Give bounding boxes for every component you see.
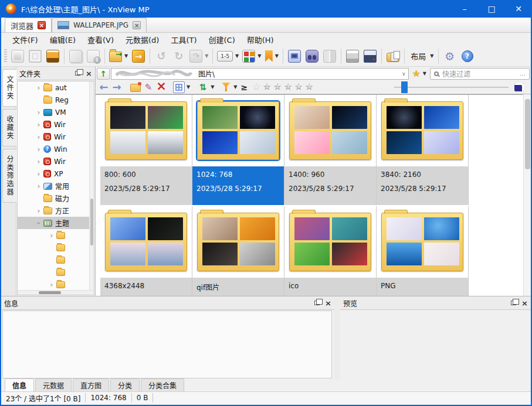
panel-splitter[interactable] [334, 296, 340, 380]
layout-button[interactable]: 布局▼ [407, 47, 435, 65]
minimize-button[interactable]: – [451, 0, 478, 18]
tree-expander-icon[interactable]: › [35, 133, 42, 141]
panel-layout-toggle-button[interactable] [513, 81, 525, 93]
menu-item[interactable]: 查看(V) [82, 33, 119, 46]
folder-item-4368x2448[interactable]: 4368x2448 [100, 206, 192, 296]
tree-item-主题[interactable]: ›主题 [18, 217, 94, 229]
tab-close-icon[interactable]: × [38, 21, 46, 29]
tree-expander-icon[interactable]: › [35, 170, 42, 178]
settings-button[interactable] [441, 47, 459, 65]
new-folder-button[interactable] [130, 82, 141, 94]
tab-close-icon[interactable]: × [133, 21, 141, 29]
screen-capture-button[interactable] [286, 47, 303, 65]
filter-caret-icon[interactable]: ▼ [233, 84, 237, 90]
tree-item[interactable] [18, 254, 94, 266]
doc-tab-browser[interactable]: 浏览器× [5, 18, 52, 32]
tree-expander-icon[interactable]: › [48, 281, 55, 289]
tree-expander-icon[interactable]: › [35, 145, 42, 153]
close-panel-icon[interactable]: × [521, 299, 528, 307]
rating-filter-stars[interactable]: ☆★1★2★3★4★5 [251, 82, 314, 92]
tree-item[interactable]: › [18, 278, 94, 291]
view-mode-button[interactable] [173, 81, 185, 93]
tree-item-Wir[interactable]: ›Wir [18, 155, 94, 168]
print-button[interactable] [344, 47, 361, 65]
menu-item[interactable]: 编辑(E) [45, 33, 81, 46]
sidebar-tab-active[interactable]: 文件夹 [2, 69, 16, 107]
tree-item-aut[interactable]: ›aut [18, 81, 94, 94]
sidebar-tab-inactive[interactable]: 分类筛选器 [2, 149, 16, 203]
rating-button[interactable]: 1-5▼ [215, 47, 240, 65]
folder-item-PNG[interactable]: PNG [377, 206, 469, 296]
tree-item-XP[interactable]: ›XP [18, 168, 94, 180]
maximize-button[interactable]: □ [478, 0, 505, 18]
tree-item-VM[interactable]: ›VM [18, 106, 94, 118]
rating-star-icon[interactable]: ★2 [272, 82, 283, 92]
float-panel-icon[interactable] [314, 301, 320, 305]
doc-tab-image[interactable]: WALLPAPER.JPG× [52, 18, 147, 32]
delete-button[interactable] [155, 81, 167, 93]
menu-item[interactable]: 元数据(d) [120, 33, 164, 46]
view-mode-caret-icon[interactable]: ▼ [187, 84, 190, 90]
tree-expander-icon[interactable]: › [35, 158, 42, 166]
bottom-tab-元数据[interactable]: 元数据 [35, 378, 72, 391]
sort-caret-icon[interactable]: ▼ [211, 84, 214, 90]
tree-item-磁力[interactable]: 磁力 [18, 192, 94, 204]
tree-item-Wir[interactable]: ›Wir [18, 131, 94, 143]
rating-star-icon[interactable]: ★4 [293, 82, 304, 92]
tree-item-方正[interactable]: ›方正 [18, 204, 94, 217]
bottom-tab-信息[interactable]: 信息 [5, 378, 34, 391]
slideshow-button[interactable] [44, 47, 62, 65]
color-labels-button[interactable]: ▼ [240, 47, 263, 65]
tree-expander-icon[interactable]: › [35, 121, 42, 129]
path-combobox[interactable]: 图片\ ∨ [111, 68, 409, 80]
grid-vertical-scrollbar[interactable] [523, 94, 531, 296]
float-panel-icon[interactable] [511, 301, 516, 305]
batch-convert-button[interactable] [384, 47, 402, 65]
browse-folder-button[interactable]: ▼ [107, 47, 130, 65]
search-button[interactable] [303, 47, 321, 65]
tree-item[interactable] [18, 266, 94, 278]
sort-button[interactable] [197, 81, 209, 93]
bottom-tab-分类合集[interactable]: 分类合集 [141, 378, 184, 391]
sidebar-tab-inactive[interactable]: 收藏夹 [2, 109, 16, 146]
back-button[interactable] [98, 81, 110, 93]
filter-more-button[interactable]: ... [520, 70, 526, 77]
thumbnail-size-slider[interactable] [394, 81, 509, 93]
path-dropdown-icon[interactable]: ∨ [402, 71, 406, 77]
folder-item-ico[interactable]: ico [284, 206, 377, 296]
tree-expander-icon[interactable]: › [35, 182, 42, 190]
tree-item-Reg[interactable]: Reg [18, 94, 94, 106]
tree-expander-icon[interactable]: › [35, 207, 42, 215]
bookmark-button[interactable]: ▼ [263, 47, 280, 65]
tree-vertical-scrollbar[interactable] [89, 81, 94, 295]
slider-handle[interactable] [401, 81, 408, 93]
folder-item-1024-768[interactable]: 1024: 7682023/5/28 5:29:17 [192, 95, 284, 205]
tree-expander-icon[interactable]: › [35, 108, 42, 117]
quick-filter-input[interactable]: 快速过滤 ... [430, 68, 530, 80]
tree-horizontal-scrollbar[interactable] [18, 290, 94, 295]
tree-item[interactable] [18, 241, 94, 254]
rating-star-icon[interactable]: ★3 [283, 82, 293, 92]
bottom-tab-分类[interactable]: 分类 [110, 378, 140, 391]
filter-button[interactable] [220, 81, 232, 93]
close-panel-icon[interactable]: × [86, 70, 92, 77]
menu-item[interactable]: 创建(C) [204, 33, 240, 46]
parent-folder-button[interactable]: ↑ [97, 68, 110, 80]
move-copy-to-folder-button[interactable] [130, 47, 147, 65]
close-button[interactable]: ✕ [505, 0, 532, 18]
tree-item[interactable]: › [18, 229, 94, 241]
menu-item[interactable]: 工具(T) [165, 33, 202, 46]
toolbar-grip[interactable] [4, 49, 7, 63]
rating-star-icon[interactable]: ★5 [304, 82, 314, 92]
tree-expander-icon[interactable]: › [35, 220, 43, 227]
float-panel-icon[interactable] [75, 71, 80, 76]
forward-button[interactable] [111, 81, 123, 93]
tree-item-Wir[interactable]: ›Wir [18, 118, 94, 131]
rename-button[interactable] [143, 81, 154, 93]
help-button[interactable] [459, 47, 476, 65]
tree-expander-icon[interactable]: › [35, 84, 42, 92]
bottom-tab-直方图[interactable]: 直方图 [73, 378, 109, 391]
menu-item[interactable]: 帮助(H) [242, 33, 279, 46]
folder-item-800-600[interactable]: 800: 6002023/5/28 5:29:17 [100, 95, 192, 205]
favorites-button[interactable]: ★ ▼ [410, 68, 429, 80]
